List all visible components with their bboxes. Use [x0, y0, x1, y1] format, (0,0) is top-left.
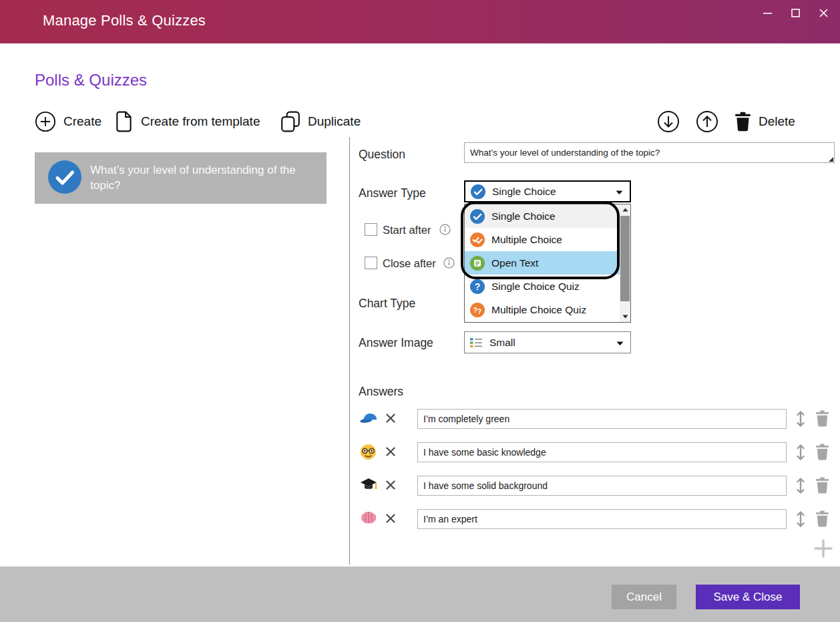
dropdown-scrollbar[interactable] — [620, 204, 630, 322]
answer-input[interactable] — [417, 442, 787, 462]
footer-bar: Cancel Save & Close — [0, 567, 840, 622]
answer-input[interactable] — [417, 409, 787, 429]
chevron-down-icon — [616, 337, 624, 349]
template-document-icon — [115, 111, 134, 132]
answer-type-dropdown-list: Single Choice Multiple Choice — [464, 204, 631, 323]
window-controls — [753, 3, 837, 23]
circle-arrow-down-icon — [657, 110, 680, 133]
poll-list-item-selected[interactable]: What’s your level of understanding of th… — [35, 152, 327, 204]
single-choice-check-icon — [48, 160, 81, 196]
delete-answer-icon[interactable] — [815, 410, 829, 430]
minimize-button[interactable] — [753, 3, 781, 23]
page-title: Polls & Quizzes — [35, 71, 147, 90]
reorder-answer-icon[interactable] — [795, 410, 806, 430]
remove-answer-icon[interactable] — [386, 514, 395, 526]
question-label: Question — [359, 148, 405, 162]
manage-polls-window: Manage Polls & Quizzes Polls & Quizzes C… — [0, 0, 840, 622]
maximize-icon — [791, 9, 800, 17]
close-after-info-icon[interactable] — [443, 257, 455, 271]
reorder-answer-icon[interactable] — [795, 444, 806, 464]
minimize-icon — [763, 9, 772, 17]
close-button[interactable] — [809, 3, 837, 23]
answer-row — [359, 476, 835, 496]
start-after-label: Start after — [383, 224, 431, 237]
scrollbar-thumb[interactable] — [620, 216, 630, 301]
dropdown-option-single-choice[interactable]: Single Choice — [465, 204, 621, 228]
create-from-template-label: Create from template — [141, 114, 260, 129]
dropdown-option-label: Single Choice — [491, 210, 556, 222]
open-text-icon — [470, 256, 485, 271]
create-from-template-button[interactable]: Create from template — [115, 110, 260, 133]
trash-icon — [734, 112, 751, 132]
list-icon — [470, 337, 483, 348]
multiple-choice-icon — [470, 232, 485, 247]
add-answer-button[interactable] — [813, 538, 833, 561]
nerd-face-emoji-icon — [360, 444, 377, 463]
answer-type-combobox[interactable]: Single Choice — [464, 180, 631, 202]
delete-answer-icon[interactable] — [815, 510, 829, 530]
dropdown-option-open-text[interactable]: Open Text — [465, 251, 621, 275]
dropdown-option-single-choice-quiz[interactable]: ? Single Choice Quiz — [465, 275, 621, 298]
answer-image-combobox[interactable]: Small — [464, 331, 631, 353]
answer-image-label: Answer Image — [359, 336, 433, 350]
single-choice-quiz-icon: ? — [470, 279, 485, 294]
delete-answer-icon[interactable] — [815, 444, 829, 463]
answer-type-value: Single Choice — [492, 186, 556, 198]
answer-type-label: Answer Type — [359, 186, 426, 200]
dropdown-option-label: Single Choice Quiz — [491, 281, 580, 293]
remove-answer-icon[interactable] — [386, 447, 395, 459]
svg-text:?: ? — [475, 281, 481, 292]
dropdown-option-label: Multiple Choice — [491, 234, 562, 246]
delete-button[interactable]: Delete — [734, 110, 795, 133]
reorder-answer-icon[interactable] — [795, 477, 806, 497]
move-down-button[interactable] — [657, 110, 680, 133]
scroll-up-icon[interactable] — [620, 204, 630, 215]
answer-input[interactable] — [417, 476, 787, 496]
dropdown-option-multiple-choice[interactable]: Multiple Choice — [465, 228, 621, 251]
chevron-down-icon — [616, 186, 623, 198]
cancel-button[interactable]: Cancel — [612, 585, 676, 609]
remove-answer-icon[interactable] — [386, 414, 395, 426]
brain-emoji-icon — [360, 510, 377, 528]
close-icon — [819, 9, 828, 17]
duplicate-label: Duplicate — [308, 114, 361, 129]
answer-row — [359, 509, 835, 529]
plus-circle-icon — [35, 111, 56, 132]
multiple-choice-quiz-icon: ? ? — [470, 303, 485, 317]
duplicate-button[interactable]: Duplicate — [280, 110, 361, 133]
resize-grip[interactable] — [829, 157, 833, 162]
answer-image-value: Small — [489, 337, 515, 349]
svg-text:?: ? — [477, 307, 481, 315]
question-input[interactable] — [464, 142, 835, 163]
cap-emoji-icon — [360, 410, 378, 429]
create-button[interactable]: Create — [35, 110, 101, 133]
delete-answer-icon[interactable] — [815, 477, 829, 496]
remove-answer-icon[interactable] — [386, 480, 395, 492]
close-after-checkbox[interactable] — [365, 257, 377, 269]
reorder-answer-icon[interactable] — [795, 510, 806, 530]
answer-input[interactable] — [417, 509, 787, 529]
close-after-label: Close after — [383, 257, 436, 270]
window-title: Manage Polls & Quizzes — [43, 12, 206, 29]
maximize-button[interactable] — [781, 3, 809, 23]
save-close-button[interactable]: Save & Close — [696, 585, 800, 609]
start-after-checkbox[interactable] — [365, 223, 377, 236]
move-up-button[interactable] — [696, 110, 718, 133]
dropdown-option-label: Open Text — [491, 257, 538, 269]
plus-icon — [813, 538, 833, 559]
answer-row — [359, 442, 835, 462]
duplicate-icon — [280, 111, 300, 132]
answers-label: Answers — [359, 385, 403, 399]
single-choice-icon — [470, 209, 485, 224]
dropdown-option-label: Multiple Choice Quiz — [491, 304, 586, 316]
start-after-info-icon[interactable] — [439, 224, 451, 238]
graduation-cap-emoji-icon — [360, 477, 377, 496]
single-choice-icon — [471, 184, 485, 199]
dropdown-option-multiple-choice-quiz[interactable]: ? ? Multiple Choice Quiz — [465, 298, 621, 321]
scroll-down-icon[interactable] — [620, 311, 630, 322]
titlebar: Manage Polls & Quizzes — [0, 0, 840, 43]
create-label: Create — [63, 114, 101, 129]
chart-type-label: Chart Type — [359, 297, 415, 311]
circle-arrow-up-icon — [696, 110, 718, 133]
panel-divider — [349, 137, 350, 565]
